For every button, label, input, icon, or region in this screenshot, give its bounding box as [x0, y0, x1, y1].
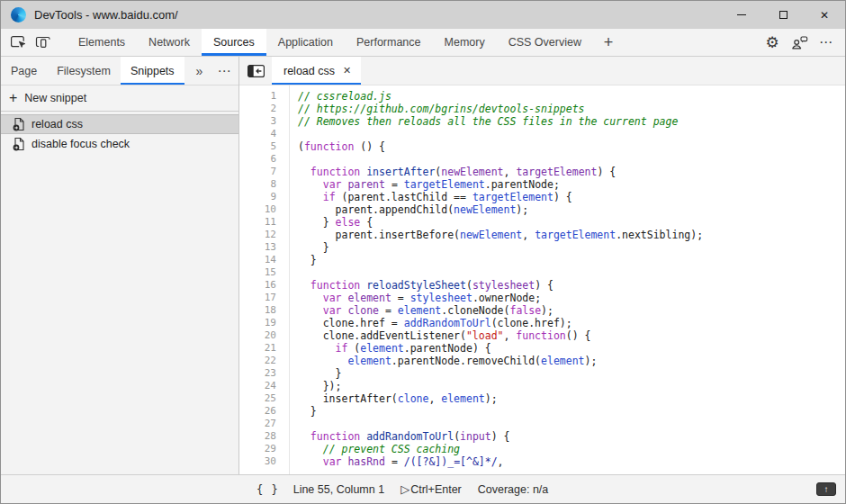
sidebar-tab-filesystem[interactable]: Filesystem: [47, 57, 121, 85]
code-line[interactable]: 11 } else {: [239, 216, 845, 229]
line-number[interactable]: 7: [239, 166, 289, 178]
code-line[interactable]: 22 element.parentNode.removeChild(elemen…: [239, 355, 845, 367]
code-line[interactable]: 18 var clone = element.cloneNode(false);: [239, 304, 845, 317]
code-line[interactable]: 23 }: [239, 367, 845, 380]
line-number[interactable]: 8: [239, 178, 289, 191]
code-line[interactable]: 1// cssreload.js: [239, 90, 845, 103]
line-number[interactable]: 9: [239, 191, 289, 203]
line-number[interactable]: 26: [239, 405, 289, 418]
code-line[interactable]: 29 // prevent CSS caching: [239, 443, 845, 455]
code-text: [289, 418, 298, 430]
code-editor[interactable]: 1// cssreload.js2// https://github.com/b…: [239, 86, 845, 474]
line-number[interactable]: 5: [239, 140, 289, 153]
code-text: parent.insertBefore(newElement, targetEl…: [289, 229, 703, 241]
feedback-icon[interactable]: [786, 36, 813, 50]
code-line[interactable]: 15: [239, 266, 845, 279]
toolbar-tabs: ElementsNetworkSourcesApplicationPerform…: [67, 29, 593, 56]
code-line[interactable]: 13 }: [239, 241, 845, 254]
line-number[interactable]: 20: [239, 329, 289, 342]
line-number[interactable]: 13: [239, 241, 289, 254]
code-line[interactable]: 30 var hasRnd = /([?&])_=[^&]*/,: [239, 455, 845, 468]
line-number[interactable]: 12: [239, 229, 289, 241]
code-line[interactable]: 4: [239, 128, 845, 140]
code-line[interactable]: 26 }: [239, 405, 845, 418]
line-number[interactable]: 3: [239, 115, 289, 128]
toolbar-tab-network[interactable]: Network: [137, 29, 202, 56]
line-number[interactable]: 18: [239, 304, 289, 317]
line-number[interactable]: 27: [239, 418, 289, 430]
toolbar-tab-performance[interactable]: Performance: [345, 29, 433, 56]
snippet-item-reload-css[interactable]: reload css: [1, 114, 238, 134]
editor-tab-reload-css[interactable]: reload css ✕: [272, 57, 361, 85]
code-line[interactable]: 19 clone.href = addRandomToUrl(clone.hre…: [239, 317, 845, 329]
close-button[interactable]: ✕: [804, 1, 845, 29]
code-line[interactable]: 12 parent.insertBefore(newElement, targe…: [239, 229, 845, 241]
code-line[interactable]: 27: [239, 418, 845, 430]
code-line[interactable]: 28 function addRandomToUrl(input) {: [239, 430, 845, 443]
code-line[interactable]: 14 }: [239, 254, 845, 266]
code-line[interactable]: 16 function reloadStyleSheet(stylesheet)…: [239, 279, 845, 292]
line-number[interactable]: 4: [239, 128, 289, 140]
code-line[interactable]: 8 var parent = targetElement.parentNode;: [239, 178, 845, 191]
devtools-window: DevTools - www.baidu.com/ ✕ ElementsNetw…: [0, 0, 846, 504]
line-number[interactable]: 29: [239, 443, 289, 455]
tab-overflow-chevron-icon[interactable]: »: [188, 57, 211, 85]
snippet-item-disable-focus-check[interactable]: disable focus check: [1, 134, 238, 154]
line-number[interactable]: 14: [239, 254, 289, 266]
navigator-toggle-icon[interactable]: [239, 57, 272, 85]
code-line[interactable]: 7 function insertAfter(newElement, targe…: [239, 166, 845, 178]
code-line[interactable]: 25 insertAfter(clone, element);: [239, 392, 845, 405]
line-number[interactable]: 28: [239, 430, 289, 443]
line-number[interactable]: 22: [239, 355, 289, 367]
toolbar-tab-css-overview[interactable]: CSS Overview: [497, 29, 593, 56]
minimize-button[interactable]: [721, 1, 762, 29]
toolbar-right-icons: ⚙ ⋯: [754, 29, 845, 56]
code-line[interactable]: 6: [239, 153, 845, 166]
code-line[interactable]: 20 clone.addEventListener("load", functi…: [239, 329, 845, 342]
code-line[interactable]: 2// https://github.com/bgrins/devtools-s…: [239, 103, 845, 115]
line-number[interactable]: 1: [239, 90, 289, 103]
code-line[interactable]: 17 var element = stylesheet.ownerNode;: [239, 292, 845, 304]
code-text: }: [289, 241, 329, 254]
line-number[interactable]: 2: [239, 103, 289, 115]
line-number[interactable]: 19: [239, 317, 289, 329]
code-text: parent.appendChild(newElement);: [289, 203, 528, 216]
line-number[interactable]: 10: [239, 203, 289, 216]
code-line[interactable]: 24 });: [239, 380, 845, 392]
toolbar-tab-sources[interactable]: Sources: [202, 29, 266, 56]
maximize-button[interactable]: [762, 1, 804, 29]
more-options-icon[interactable]: ⋯: [813, 34, 840, 50]
line-number[interactable]: 17: [239, 292, 289, 304]
line-number[interactable]: 16: [239, 279, 289, 292]
new-snippet-button[interactable]: + New snippet: [1, 86, 238, 112]
tab-close-icon[interactable]: ✕: [343, 65, 351, 76]
sidebar-tab-snippets[interactable]: Snippets: [121, 57, 184, 85]
code-line[interactable]: 3// Removes then reloads all the CSS fil…: [239, 115, 845, 128]
line-number[interactable]: 30: [239, 455, 289, 468]
toggle-drawer-button[interactable]: ↑: [816, 482, 836, 496]
snippet-label: disable focus check: [32, 138, 130, 150]
code-text: [289, 153, 298, 166]
pretty-print-braces-icon[interactable]: { }: [256, 483, 279, 496]
code-line[interactable]: 5(function () {: [239, 140, 845, 153]
code-line[interactable]: 9 if (parent.lastChild == targetElement)…: [239, 191, 845, 203]
code-line[interactable]: 10 parent.appendChild(newElement);: [239, 203, 845, 216]
line-number[interactable]: 23: [239, 367, 289, 380]
line-number[interactable]: 21: [239, 342, 289, 355]
settings-gear-icon[interactable]: ⚙: [759, 35, 786, 50]
line-number[interactable]: 6: [239, 153, 289, 166]
code-text: // Removes then reloads all the CSS file…: [289, 115, 678, 128]
toolbar-tab-elements[interactable]: Elements: [67, 29, 137, 56]
line-number[interactable]: 25: [239, 392, 289, 405]
device-emulation-icon[interactable]: [31, 29, 56, 56]
line-number[interactable]: 15: [239, 266, 289, 279]
inspect-element-icon[interactable]: [5, 29, 31, 56]
more-tools-button[interactable]: +: [593, 29, 624, 56]
line-number[interactable]: 11: [239, 216, 289, 229]
sidebar-tab-page[interactable]: Page: [1, 57, 47, 85]
toolbar-tab-memory[interactable]: Memory: [433, 29, 497, 56]
toolbar-tab-application[interactable]: Application: [266, 29, 345, 56]
code-line[interactable]: 21 if (element.parentNode) {: [239, 342, 845, 355]
line-number[interactable]: 24: [239, 380, 289, 392]
navigator-more-icon[interactable]: ⋯: [211, 57, 238, 85]
